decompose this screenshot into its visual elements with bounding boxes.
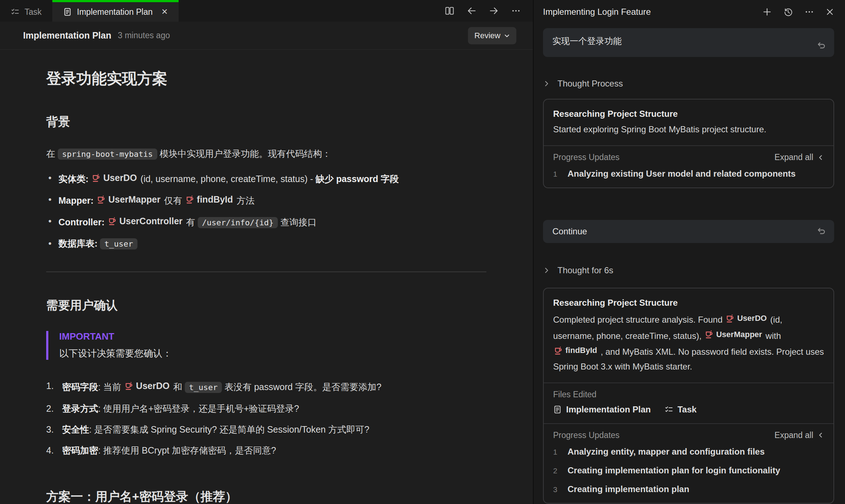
java-symbol-link[interactable]: UserMapper	[97, 193, 161, 206]
card-body: Started exploring Spring Boot MyBatis pr…	[553, 122, 824, 137]
split-view-icon[interactable]	[445, 6, 454, 16]
thought-for-toggle[interactable]: Thought for 6s	[543, 265, 834, 275]
java-icon	[726, 314, 735, 323]
java-icon	[97, 195, 106, 204]
tab-implementation-plan[interactable]: Implementation Plan ✕	[52, 0, 179, 22]
files-edited-row: Implementation Plan Task	[544, 399, 833, 423]
code-chip: spring-boot-mybatis	[58, 149, 157, 160]
callout-label: IMPORTANT	[59, 331, 486, 342]
document-timestamp: 3 minutes ago	[118, 31, 170, 40]
list-item: Controller: UserController 有 /user/info/…	[46, 215, 486, 229]
list-item: 实体类: UserDO (id, username, phone, create…	[46, 171, 486, 185]
list-item: 安全性: 是否需要集成 Spring Security? 还是简单的 Sessi…	[46, 423, 486, 436]
undo-icon[interactable]	[816, 226, 827, 237]
list-item: Mapper: UserMapper 仅有 findById 方法	[46, 193, 486, 207]
code-chip: t_user	[185, 382, 222, 393]
java-symbol-link[interactable]: UserMapper	[705, 327, 762, 342]
java-symbol-link[interactable]: UserDO	[92, 171, 137, 184]
java-symbol-link[interactable]: UserController	[108, 215, 183, 227]
chevron-right-icon	[543, 267, 550, 274]
forward-arrow-icon[interactable]	[489, 6, 499, 16]
back-arrow-icon[interactable]	[467, 6, 477, 16]
java-icon	[554, 346, 563, 355]
code-chip: /user/info/{id}	[198, 217, 278, 228]
decision-list: 密码字段: 当前 UserDO 和 t_user 表没有 password 字段…	[46, 379, 486, 457]
tab-label: Task	[25, 7, 41, 17]
undo-icon[interactable]	[816, 40, 827, 51]
chevron-down-icon	[504, 33, 510, 39]
app-window: Task Implementation Plan ✕	[0, 0, 845, 504]
panel-title: Implementing Login Feature	[543, 7, 651, 17]
card-body: Completed project structure analysis. Fo…	[553, 311, 824, 374]
user-message[interactable]: 实现一个登录功能	[543, 28, 834, 57]
progress-updates-label: Progress Updates	[553, 430, 619, 440]
checklist-icon	[665, 405, 673, 414]
section-heading-confirm: 需要用户确认	[46, 297, 486, 314]
java-icon	[108, 217, 117, 225]
java-icon	[92, 173, 101, 182]
list-item: 密码加密: 推荐使用 BCrypt 加密存储密码，是否同意?	[46, 444, 486, 457]
agent-card: Researching Project Structure Started ex…	[543, 99, 834, 188]
code-chip: t_user	[100, 238, 137, 249]
history-icon[interactable]	[783, 7, 793, 17]
progress-item: 3 Creating implementation plan	[544, 479, 833, 503]
progress-item: 1 Analyzing existing User model and rela…	[544, 164, 833, 187]
chevron-left-icon	[818, 432, 824, 438]
intro-paragraph: 在 spring-boot-mybatis 模块中实现用户登录功能。现有代码结构…	[46, 146, 486, 162]
file-icon	[553, 405, 562, 414]
tab-label: Implementation Plan	[77, 7, 153, 17]
progress-item: 2 Creating implementation plan for login…	[544, 460, 833, 479]
editor-actions	[445, 0, 533, 22]
section-heading-plan1: 方案一：用户名+密码登录（推荐）	[46, 488, 486, 504]
expand-all-button[interactable]: Expand all	[775, 430, 824, 440]
structure-list: 实体类: UserDO (id, username, phone, create…	[46, 171, 486, 251]
panel-header: Implementing Login Feature	[543, 0, 834, 24]
divider	[46, 271, 486, 272]
java-icon	[705, 330, 714, 339]
callout-text: 以下设计决策需要您确认：	[59, 347, 486, 360]
more-icon[interactable]	[805, 7, 814, 17]
agent-card: Researching Project Structure Completed …	[543, 288, 834, 504]
more-icon[interactable]	[511, 6, 521, 16]
thought-for-label: Thought for 6s	[557, 265, 613, 275]
file-icon	[63, 8, 72, 16]
agent-panel: Implementing Login Feature	[534, 0, 845, 504]
card-title: Researching Project Structure	[553, 107, 824, 120]
user-message[interactable]: Continue	[543, 220, 834, 243]
document-body: 登录功能实现方案 背景 在 spring-boot-mybatis 模块中实现用…	[0, 50, 533, 504]
file-link-implementation-plan[interactable]: Implementation Plan	[553, 404, 651, 415]
progress-updates-label: Progress Updates	[553, 152, 619, 162]
list-item: 登录方式: 使用用户名+密码登录，还是手机号+验证码登录?	[46, 402, 486, 415]
java-symbol-link[interactable]: UserDO	[125, 379, 170, 392]
doc-h1: 登录功能实现方案	[46, 68, 486, 89]
java-symbol-link[interactable]: findById	[186, 193, 233, 206]
user-message-text: 实现一个登录功能	[552, 36, 622, 46]
java-symbol-link[interactable]: findById	[554, 343, 597, 358]
tab-task[interactable]: Task	[0, 0, 52, 22]
java-symbol-link[interactable]: UserDO	[726, 311, 767, 326]
java-icon	[186, 195, 194, 204]
expand-all-button[interactable]: Expand all	[775, 152, 824, 162]
list-item: 密码字段: 当前 UserDO 和 t_user 表没有 password 字段…	[46, 379, 486, 394]
chevron-right-icon	[543, 80, 550, 87]
thought-process-label: Thought Process	[557, 79, 623, 89]
progress-item: 1 Analyzing entity, mapper and configura…	[544, 442, 833, 460]
file-link-task[interactable]: Task	[665, 404, 697, 415]
java-icon	[125, 381, 133, 390]
chevron-left-icon	[818, 154, 824, 161]
thought-process-toggle[interactable]: Thought Process	[543, 79, 834, 89]
editor-pane: Task Implementation Plan ✕	[0, 0, 534, 504]
plus-icon[interactable]	[762, 7, 772, 17]
document-header: Implementation Plan 3 minutes ago Review	[0, 22, 533, 50]
checklist-icon	[11, 8, 19, 16]
tab-bar: Task Implementation Plan ✕	[0, 0, 533, 22]
important-callout: IMPORTANT 以下设计决策需要您确认：	[46, 331, 486, 360]
user-message-text: Continue	[552, 226, 587, 236]
files-edited-label: Files Edited	[544, 383, 833, 399]
section-heading-background: 背景	[46, 114, 486, 130]
review-button[interactable]: Review	[468, 27, 516, 44]
close-icon[interactable]: ✕	[161, 7, 168, 17]
list-item: 数据库表: t_user	[46, 237, 486, 251]
document-title: Implementation Plan	[23, 30, 111, 41]
close-icon[interactable]	[826, 8, 834, 16]
